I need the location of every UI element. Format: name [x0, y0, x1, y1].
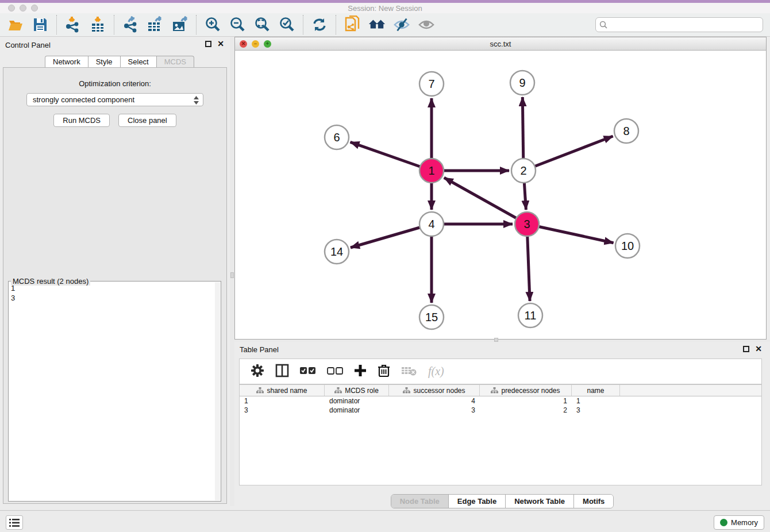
- node-table[interactable]: shared name MCDS role successor nodes pr…: [239, 384, 762, 485]
- graph-node-label-7: 7: [428, 78, 434, 90]
- graph-node-label-11: 11: [525, 309, 537, 322]
- clone-network-icon[interactable]: [344, 16, 361, 33]
- delete-row-icon[interactable]: [378, 364, 390, 380]
- select-all-checkboxes-icon[interactable]: [300, 367, 316, 377]
- network-view-window: ✕ − + scc.txt 1234678910111415: [234, 37, 767, 340]
- splitter-handle[interactable]: [494, 338, 498, 342]
- run-mcds-button[interactable]: Run MCDS: [53, 114, 110, 127]
- float-panel-icon[interactable]: [743, 346, 749, 352]
- graph-node-label-6: 6: [333, 131, 340, 144]
- deselect-all-checkboxes-icon[interactable]: [327, 367, 343, 377]
- open-session-icon[interactable]: [7, 16, 24, 33]
- column-header-mcds-role[interactable]: MCDS role: [325, 385, 389, 396]
- cell-successor-nodes[interactable]: 3: [389, 406, 480, 415]
- show-columns-icon[interactable]: [275, 364, 289, 380]
- graph-node-label-15: 15: [425, 311, 438, 323]
- main-toolbar: [0, 13, 770, 37]
- cell-name[interactable]: 1: [572, 396, 620, 406]
- import-table-icon[interactable]: [89, 16, 106, 33]
- cell-predecessor-nodes[interactable]: 2: [480, 406, 572, 415]
- criterion-dropdown[interactable]: strongly connected component: [26, 93, 203, 106]
- toolbar-separator: [56, 15, 57, 34]
- task-history-button[interactable]: [6, 515, 23, 530]
- float-panel-icon[interactable]: [205, 41, 211, 47]
- cell-name[interactable]: 3: [572, 406, 620, 415]
- first-neighbors-icon[interactable]: [368, 16, 386, 33]
- search-input[interactable]: [595, 17, 763, 32]
- toolbar-separator: [114, 15, 114, 34]
- settings-gear-icon[interactable]: [251, 364, 264, 380]
- graph-node-label-1: 1: [428, 164, 434, 177]
- table-header-row: shared name MCDS role successor nodes pr…: [240, 385, 761, 396]
- control-panel-tabs: Network Style Select MCDS: [45, 56, 194, 68]
- network-window-titlebar[interactable]: ✕ − + scc.txt: [234, 37, 767, 51]
- splitter-handle[interactable]: [230, 272, 234, 278]
- zoom-out-icon[interactable]: [229, 16, 246, 33]
- network-canvas[interactable]: 1234678910111415: [234, 51, 767, 340]
- delete-table-icon: [401, 365, 417, 379]
- graph-edge-3-10[interactable]: [527, 224, 614, 243]
- toolbar-separator: [336, 15, 336, 34]
- tree-icon: [256, 387, 264, 394]
- table-panel-buttons: ✕: [743, 346, 762, 352]
- graph-node-label-4: 4: [428, 218, 434, 230]
- table-tabs: Node Table Edge Table Network Table Moti…: [391, 494, 614, 508]
- mcds-result-group: MCDS result (2 nodes) 1 3: [8, 281, 221, 502]
- criterion-dropdown-value: strongly connected component: [33, 95, 134, 104]
- control-panel-buttons: ✕: [205, 41, 224, 47]
- function-builder-icon: f(x): [428, 365, 444, 378]
- import-network-icon[interactable]: [64, 16, 82, 33]
- column-header-shared-name[interactable]: shared name: [240, 385, 325, 396]
- zoom-fit-icon[interactable]: [253, 16, 271, 33]
- search-icon: [599, 21, 607, 31]
- column-header-successor-nodes[interactable]: successor nodes: [389, 385, 480, 396]
- export-network-icon[interactable]: [122, 16, 139, 33]
- save-session-icon[interactable]: [32, 16, 49, 33]
- mcds-result-text[interactable]: 1 3: [11, 283, 214, 500]
- tab-select[interactable]: Select: [120, 56, 156, 68]
- cell-predecessor-nodes[interactable]: 1: [480, 396, 572, 406]
- memory-button[interactable]: Memory: [714, 515, 764, 530]
- add-row-icon[interactable]: [354, 364, 367, 379]
- graph-edge-1-6[interactable]: [351, 142, 432, 171]
- tab-mcds[interactable]: MCDS: [156, 56, 194, 68]
- graph-edge-3-1[interactable]: [444, 178, 527, 224]
- graph-node-label-14: 14: [330, 245, 343, 258]
- search-field[interactable]: [595, 17, 763, 32]
- table-row[interactable]: 3 dominator 3 2 3: [240, 406, 761, 415]
- export-table-icon[interactable]: [147, 16, 164, 33]
- tab-network-table[interactable]: Network Table: [506, 495, 574, 508]
- tab-node-table[interactable]: Node Table: [391, 495, 449, 508]
- tab-network[interactable]: Network: [45, 56, 88, 68]
- cell-mcds-role[interactable]: dominator: [325, 406, 389, 415]
- close-panel-button[interactable]: Close panel: [118, 114, 176, 127]
- optimization-criterion-label: Optimization criterion:: [3, 79, 226, 88]
- result-scrollbar[interactable]: [215, 282, 220, 500]
- network-graph[interactable]: 1234678910111415: [235, 51, 766, 338]
- graph-edge-2-8[interactable]: [523, 136, 613, 171]
- zoom-in-icon[interactable]: [204, 16, 221, 33]
- memory-status-icon: [720, 519, 727, 526]
- cell-shared-name[interactable]: 1: [240, 396, 325, 406]
- mcds-panel-body: Optimization criterion: strongly connect…: [3, 67, 227, 504]
- close-panel-icon[interactable]: ✕: [755, 346, 762, 352]
- network-window-title: scc.txt: [235, 40, 766, 48]
- window-titlebar: Session: New Session: [0, 3, 770, 13]
- column-header-predecessor-nodes[interactable]: predecessor nodes: [480, 385, 572, 396]
- tab-motifs[interactable]: Motifs: [574, 495, 613, 508]
- vertical-splitter[interactable]: [230, 37, 234, 506]
- hide-selected-icon[interactable]: [393, 16, 410, 33]
- cell-successor-nodes[interactable]: 4: [389, 396, 480, 406]
- cell-mcds-role[interactable]: dominator: [325, 396, 389, 406]
- graph-node-label-3: 3: [523, 218, 530, 230]
- tab-edge-table[interactable]: Edge Table: [449, 495, 506, 508]
- tab-style[interactable]: Style: [88, 56, 120, 68]
- cell-shared-name[interactable]: 3: [240, 406, 325, 415]
- table-row[interactable]: 1 dominator 4 1 1: [240, 396, 761, 406]
- column-header-name[interactable]: name: [572, 385, 620, 396]
- zoom-selected-icon[interactable]: [278, 16, 295, 33]
- export-image-icon[interactable]: [171, 16, 188, 33]
- refresh-layout-icon[interactable]: [311, 16, 328, 33]
- status-bar: Memory: [0, 510, 770, 532]
- close-panel-icon[interactable]: ✕: [217, 41, 224, 47]
